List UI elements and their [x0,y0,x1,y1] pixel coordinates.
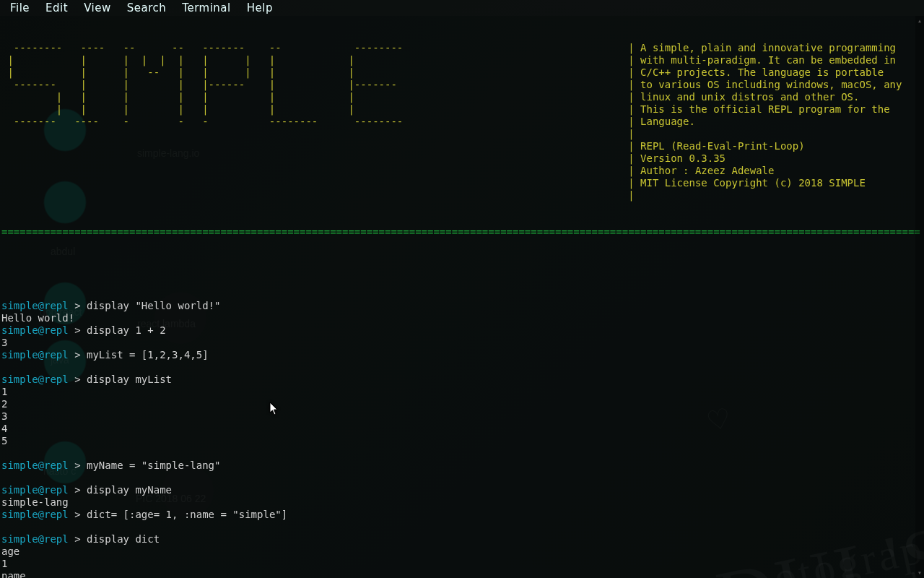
menu-view[interactable]: View [77,1,118,15]
repl-prompt: simple@repl [1,533,69,545]
header-pipe: | [628,66,640,79]
header-row: ------- ---- - - - -------- -------- | L… [1,116,923,128]
header-pipe: | [628,91,640,103]
header-row: | | | | | | | | This is the official REP… [1,103,923,116]
header-info-line: linux and unix distros and other OS. [640,91,859,103]
ascii-art-line: | | | | | | | [1,91,628,103]
header-pipe: | [628,79,640,91]
header-pipe: | [628,42,640,54]
header-info-line: Version 0.3.35 [640,152,725,165]
header-info-line: A simple, plain and innovative programmi… [640,42,896,54]
repl-output-line: name [1,570,923,578]
header-pipe: | [628,128,640,140]
repl-output-line: 2 [1,398,923,410]
repl-input-line[interactable]: simple@repl > display myList [1,374,923,386]
menu-help[interactable]: Help [240,1,280,15]
terminal-scrollbar[interactable]: ▴ ▾ [915,16,924,578]
repl-prompt: simple@repl [1,484,69,496]
header-row: | MIT License Copyright (c) 2018 SIMPLE [1,177,923,189]
repl-output-line: 1 [1,558,923,570]
repl-command: dict= [:age= 1, :name = "simple"] [87,509,287,520]
repl-output-line [1,472,923,484]
repl-input-line[interactable]: simple@repl > myList = [1,2,3,4,5] [1,349,923,361]
header-pipe: | [628,177,640,189]
header-row: | Version 0.3.35 [1,152,923,165]
ascii-art-line: | | | -- | | | | | [1,66,628,79]
repl-output-line: Hello world! [1,312,923,324]
repl-input-line[interactable]: simple@repl > myName = "simple-lang" [1,460,923,472]
repl-output-line: 1 [1,386,923,398]
prompt-separator: > [69,300,87,311]
ascii-art-line: | | | | | | | | | | [1,54,628,66]
ascii-art-line: | | | | | | | [1,103,628,116]
prompt-separator: > [69,460,87,471]
ascii-art-line [1,189,628,202]
prompt-separator: > [69,533,87,545]
header-pipe: | [628,103,640,116]
header-row: | | | -- | | | | | | C/C++ projects. The… [1,66,923,79]
repl-input-line[interactable]: simple@repl > display dict [1,533,923,545]
scroll-up-icon[interactable]: ▴ [915,16,924,26]
repl-prompt: simple@repl [1,374,69,385]
divider-rule: ========================================… [1,226,923,238]
repl-output-line: 3 [1,337,923,349]
terminal[interactable]: -------- ---- -- -- ------- -- -------- … [0,16,924,578]
blank-line [1,263,923,275]
repl-output-line [1,361,923,374]
ascii-art-line [1,140,628,152]
repl-input-line[interactable]: simple@repl > dict= [:age= 1, :name = "s… [1,509,923,521]
repl-output-line [1,521,923,533]
header-info-line: This is the official REPL program for th… [640,103,890,116]
menu-file[interactable]: File [3,1,37,15]
repl-output-line: simple-lang [1,496,923,509]
repl-command: display myList [87,374,172,385]
repl-input-line[interactable]: simple@repl > display "Hello world!" [1,300,923,312]
ascii-art-line [1,177,628,189]
header-row: | | | | | | | | | | | with multi-paradig… [1,54,923,66]
header-row: | | | | | | | | linux and unix distros a… [1,91,923,103]
header-row: | [1,128,923,140]
header-pipe: | [628,116,640,128]
ascii-art-line: ------- ---- - - - -------- -------- [1,116,628,128]
header-pipe: | [628,140,640,152]
ascii-art-line: ------- | | | |------ | |------- [1,79,628,91]
repl-command: display myName [87,484,172,496]
repl-input-line[interactable]: simple@repl > display myName [1,484,923,496]
header-info-line: to various OS including windows, macOS, … [640,79,902,91]
repl-prompt: simple@repl [1,324,69,336]
header-info-line: C/C++ projects. The language is portable [640,66,884,79]
ascii-art-line [1,152,628,165]
scroll-down-icon[interactable]: ▾ [915,568,924,578]
header-info-line: MIT License Copyright (c) 2018 SIMPLE [640,177,866,189]
repl-prompt: simple@repl [1,509,69,520]
header-row: | REPL (Read-Eval-Print-Loop) [1,140,923,152]
ascii-art-line [1,128,628,140]
prompt-separator: > [69,509,87,520]
prompt-separator: > [69,349,87,361]
header-pipe: | [628,54,640,66]
header-row: | Author : Azeez Adewale [1,165,923,177]
repl-input-line[interactable]: simple@repl > display 1 + 2 [1,324,923,337]
header-pipe: | [628,152,640,165]
header-pipe: | [628,189,640,202]
repl-command: display dict [87,533,160,545]
repl-command: display "Hello world!" [87,300,220,311]
header-pipe: | [628,165,640,177]
repl-output-line: age [1,545,923,558]
prompt-separator: > [69,324,87,336]
ascii-art-line: -------- ---- -- -- ------- -- -------- [1,42,628,54]
menu-search[interactable]: Search [120,1,174,15]
repl-prompt: simple@repl [1,460,69,471]
repl-output-line: 4 [1,423,923,435]
repl-command: myName = "simple-lang" [87,460,220,471]
header-info-line: Author : Azeez Adewale [640,165,774,177]
repl-prompt: simple@repl [1,300,69,311]
header-info-line: with multi-paradigm. It can be embedded … [640,54,896,66]
menu-edit[interactable]: Edit [38,1,75,15]
menu-terminal[interactable]: Terminal [175,1,237,15]
prompt-separator: > [69,374,87,385]
ascii-art-line [1,165,628,177]
header-row: ------- | | | |------ | |------- | to va… [1,79,923,91]
header-row: -------- ---- -- -- ------- -- -------- … [1,42,923,54]
repl-prompt: simple@repl [1,349,69,361]
